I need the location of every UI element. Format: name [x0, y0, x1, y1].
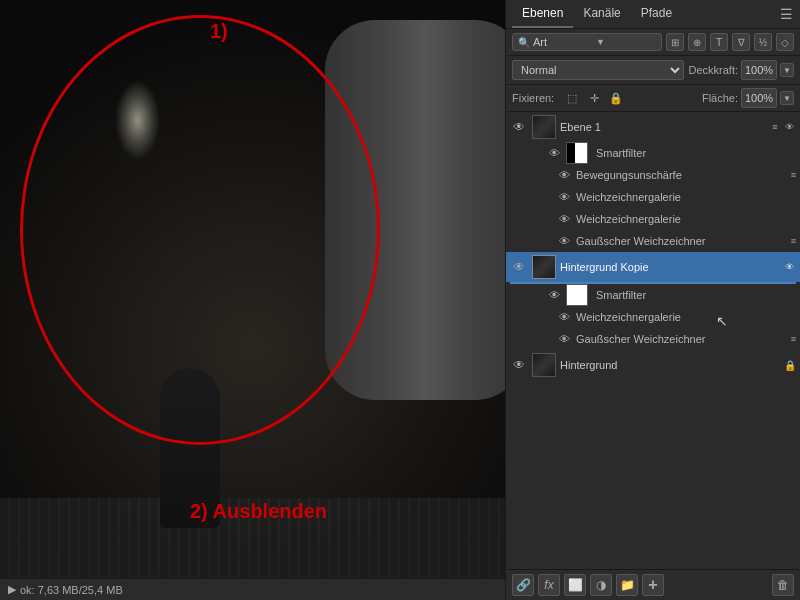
- fill-arrow-btn[interactable]: ▼: [780, 91, 794, 105]
- filter-weich1-name: Weichzeichnergalerie: [576, 191, 681, 203]
- fill-input[interactable]: [741, 88, 777, 108]
- layer-t-icon-btn[interactable]: T: [710, 33, 728, 51]
- layer-smartfilter1[interactable]: 👁 Smartfilter: [506, 142, 800, 164]
- dropdown-arrow-icon: ▼: [596, 37, 605, 47]
- filter-weich1[interactable]: 👁 Weichzeichnergalerie: [506, 186, 800, 208]
- bottom-arrow[interactable]: ▶: [8, 583, 16, 596]
- layer-hkopie-visibility-btn[interactable]: 👁: [782, 260, 796, 274]
- app-layout: 1) 2) Ausblenden ▶ ok: 7,63 MB/25,4 MB E…: [0, 0, 800, 600]
- filter-bewegung-visibility[interactable]: 👁: [556, 167, 572, 183]
- filter-weich2[interactable]: 👁 Weichzeichnergalerie: [506, 208, 800, 230]
- filter-bewegung-fx[interactable]: ≡: [791, 170, 796, 180]
- tab-pfade[interactable]: Pfade: [631, 0, 682, 28]
- blend-mode-select[interactable]: Normal Multiplizieren Abblenden: [512, 60, 684, 80]
- layer-ebene1-visibility[interactable]: 👁: [510, 118, 528, 136]
- filter-weich1-visibility[interactable]: 👁: [556, 189, 572, 205]
- status-bar: ▶ ok: 7,63 MB/25,4 MB: [0, 578, 505, 600]
- filter-gauss1[interactable]: 👁 Gaußscher Weichzeichner ≡: [506, 230, 800, 252]
- filter-weich2-name: Weichzeichnergalerie: [576, 213, 681, 225]
- filter-bewegung-name: Bewegungsunschärfe: [576, 169, 682, 181]
- layer-hintergrund-thumb: [532, 353, 556, 377]
- panel-bottom-bar: 🔗 fx ⬜ ◑ 📁 + 🗑: [506, 569, 800, 600]
- file-size-info: ok: 7,63 MB/25,4 MB: [20, 584, 123, 596]
- create-layer-btn[interactable]: +: [642, 574, 664, 596]
- filter-weich2-visibility[interactable]: 👁: [556, 211, 572, 227]
- cursor-indicator: ↖: [716, 313, 728, 329]
- smartfilter1-thumb: [566, 142, 588, 164]
- filter-weich3-visibility[interactable]: 👁: [556, 309, 572, 325]
- lock-pixels-btn[interactable]: ⬚: [564, 90, 580, 106]
- layer-ebene1[interactable]: 👁 Ebene 1 ≡ 👁: [506, 112, 800, 142]
- layer-hkopie-name: Hintergrund Kopie: [560, 261, 782, 273]
- layers-panel: Ebenen Kanäle Pfade ☰ 🔍 ▼ ⊞ ⊕ T ∇ ½ ◇ No…: [505, 0, 800, 600]
- lock-row: Fixieren: ⬚ ✛ 🔒 Fläche: ▼: [506, 85, 800, 112]
- annotation-label-1: 1): [210, 20, 228, 43]
- photo-container: 1) 2) Ausblenden: [0, 0, 505, 578]
- layer-hintergrund[interactable]: 👁 Hintergrund 🔒: [506, 350, 800, 380]
- layer-smart-icon-btn[interactable]: ◇: [776, 33, 794, 51]
- add-adjustment-btn[interactable]: ◑: [590, 574, 612, 596]
- opacity-arrow-btn[interactable]: ▼: [780, 63, 794, 77]
- filter-gauss2-fx[interactable]: ≡: [791, 334, 796, 344]
- smartfilter1-name: Smartfilter: [596, 147, 646, 159]
- search-input[interactable]: [533, 36, 593, 48]
- filter-weich3-name: Weichzeichnergalerie: [576, 311, 681, 323]
- layer-smartfilter2[interactable]: 👁 Smartfilter: [506, 284, 800, 306]
- lock-move-btn[interactable]: ✛: [586, 90, 602, 106]
- canvas-area: 1) 2) Ausblenden ▶ ok: 7,63 MB/25,4 MB: [0, 0, 505, 600]
- search-icon: 🔍: [518, 37, 530, 48]
- filter-gauss2[interactable]: 👁 Gaußscher Weichzeichner ≡: [506, 328, 800, 350]
- tank: [325, 20, 505, 400]
- tab-kanaele[interactable]: Kanäle: [573, 0, 630, 28]
- layer-hintergrund-visibility[interactable]: 👁: [510, 356, 528, 374]
- layer-ebene1-fx[interactable]: ≡: [768, 120, 782, 134]
- opacity-label: Deckkraft:: [688, 64, 738, 76]
- filter-weich3[interactable]: ↖ 👁 Weichzeichnergalerie: [506, 306, 800, 328]
- layer-hintergrund-name: Hintergrund: [560, 359, 780, 371]
- layer-hkopie-thumb: [532, 255, 556, 279]
- panel-tab-bar: Ebenen Kanäle Pfade ☰: [506, 0, 800, 29]
- add-mask-btn[interactable]: ⬜: [564, 574, 586, 596]
- layer-hkopie-visibility[interactable]: 👁: [510, 258, 528, 276]
- layer-ebene1-thumb: [532, 115, 556, 139]
- layer-hintergrund-lock-icon: 🔒: [784, 360, 796, 371]
- link-layers-btn[interactable]: 🔗: [512, 574, 534, 596]
- layer-ebene1-name: Ebene 1: [560, 121, 768, 133]
- layer-link-icon-btn[interactable]: ⊕: [688, 33, 706, 51]
- lock-all-btn[interactable]: 🔒: [608, 90, 624, 106]
- opacity-input[interactable]: [741, 60, 777, 80]
- layers-list: 👁 Ebene 1 ≡ 👁 👁 Smartfilter 👁 Bewegungsu…: [506, 112, 800, 569]
- layer-hintergrund-kopie[interactable]: 👁 Hintergrund Kopie 👁: [506, 252, 800, 282]
- layer-shape-icon-btn[interactable]: ∇: [732, 33, 750, 51]
- window-light: [115, 80, 160, 160]
- add-fx-btn[interactable]: fx: [538, 574, 560, 596]
- smartfilter2-visibility[interactable]: 👁: [546, 287, 562, 303]
- blend-mode-row: Normal Multiplizieren Abblenden Deckkraf…: [506, 56, 800, 85]
- filter-gauss1-visibility[interactable]: 👁: [556, 233, 572, 249]
- smartfilter1-visibility[interactable]: 👁: [546, 145, 562, 161]
- search-field[interactable]: 🔍 ▼: [512, 33, 662, 51]
- layer-adj-icon-btn[interactable]: ½: [754, 33, 772, 51]
- layer-ebene1-visibility-btn[interactable]: 👁: [782, 120, 796, 134]
- filter-bewegung[interactable]: 👁 Bewegungsunschärfe ≡: [506, 164, 800, 186]
- filter-gauss2-visibility[interactable]: 👁: [556, 331, 572, 347]
- filter-bar: 🔍 ▼ ⊞ ⊕ T ∇ ½ ◇: [506, 29, 800, 56]
- smartfilter2-name: Smartfilter: [596, 289, 646, 301]
- panel-menu-button[interactable]: ☰: [778, 6, 794, 22]
- smartfilter2-thumb: [566, 284, 588, 306]
- delete-layer-btn[interactable]: 🗑: [772, 574, 794, 596]
- lock-label: Fixieren:: [512, 92, 554, 104]
- opacity-row: Deckkraft: ▼: [688, 60, 794, 80]
- filter-gauss1-name: Gaußscher Weichzeichner: [576, 235, 705, 247]
- annotation-label-2: 2) Ausblenden: [190, 500, 327, 523]
- filter-gauss1-fx[interactable]: ≡: [791, 236, 796, 246]
- fill-label: Fläche:: [702, 92, 738, 104]
- tab-ebenen[interactable]: Ebenen: [512, 0, 573, 28]
- fill-row: Fläche: ▼: [702, 88, 794, 108]
- create-group-btn[interactable]: 📁: [616, 574, 638, 596]
- layer-new-icon-btn[interactable]: ⊞: [666, 33, 684, 51]
- filter-gauss2-name: Gaußscher Weichzeichner: [576, 333, 705, 345]
